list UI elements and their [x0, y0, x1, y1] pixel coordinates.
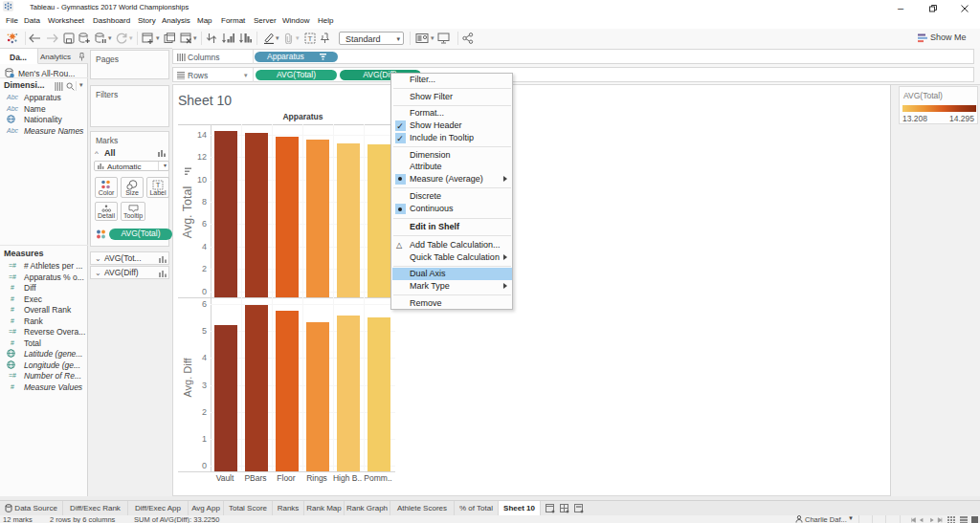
svg-text:T: T	[308, 34, 313, 43]
